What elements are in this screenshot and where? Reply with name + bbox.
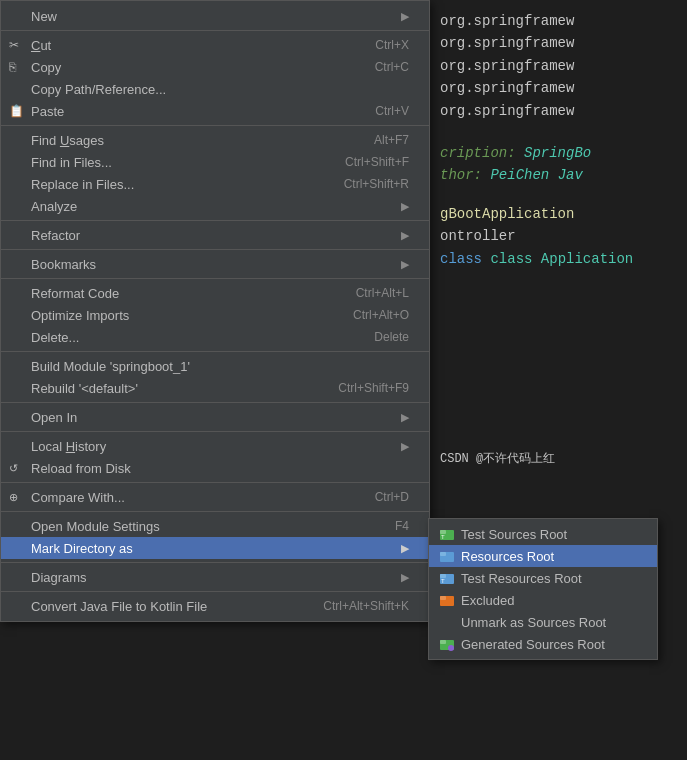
submenu-test-resources-label: Test Resources Root <box>461 571 647 586</box>
svg-rect-4 <box>440 552 446 556</box>
open-module-shortcut: F4 <box>375 519 409 533</box>
menu-item-copy[interactable]: ⎘ Copy Ctrl+C <box>1 56 429 78</box>
menu-item-analyze-label: Analyze <box>31 199 401 214</box>
menu-item-reformat-label: Reformat Code <box>31 286 336 301</box>
submenu-item-excluded[interactable]: Excluded <box>429 589 657 611</box>
menu-item-new-arrow: ▶ <box>401 10 409 23</box>
code-line-5: org.springframew <box>440 100 687 122</box>
code-annotation2: ontroller <box>440 225 687 247</box>
separator-5 <box>1 278 429 279</box>
paste-shortcut: Ctrl+V <box>355 104 409 118</box>
submenu-test-sources-label: Test Sources Root <box>461 527 647 542</box>
reformat-shortcut: Ctrl+Alt+L <box>336 286 409 300</box>
diagrams-arrow: ▶ <box>401 571 409 584</box>
svg-text:T: T <box>441 578 445 584</box>
menu-item-reload-disk[interactable]: ↺ Reload from Disk <box>1 457 429 479</box>
menu-item-delete-label: Delete... <box>31 330 354 345</box>
menu-item-find-usages[interactable]: Find Usages Alt+F7 <box>1 129 429 151</box>
code-line-1: org.springframew <box>440 10 687 32</box>
menu-item-copy-path[interactable]: Copy Path/Reference... <box>1 78 429 100</box>
find-usages-shortcut: Alt+F7 <box>354 133 409 147</box>
code-class-line: class class Application <box>440 248 687 270</box>
separator-2 <box>1 125 429 126</box>
menu-item-build-module[interactable]: Build Module 'springboot_1' <box>1 355 429 377</box>
menu-item-replace-in-files[interactable]: Replace in Files... Ctrl+Shift+R <box>1 173 429 195</box>
menu-item-mark-directory-label: Mark Directory as <box>31 541 401 556</box>
menu-item-refactor[interactable]: Refactor ▶ <box>1 224 429 246</box>
unmark-icon <box>439 614 455 630</box>
menu-item-convert-java[interactable]: Convert Java File to Kotlin File Ctrl+Al… <box>1 595 429 617</box>
menu-item-find-in-files[interactable]: Find in Files... Ctrl+Shift+F <box>1 151 429 173</box>
submenu-generated-label: Generated Sources Root <box>461 637 647 652</box>
optimize-imports-shortcut: Ctrl+Alt+O <box>333 308 409 322</box>
context-menu: New ▶ ✂ Cut Ctrl+X ⎘ Copy Ctrl+C Copy Pa… <box>0 0 430 622</box>
menu-item-local-history[interactable]: Local History ▶ <box>1 435 429 457</box>
replace-in-files-shortcut: Ctrl+Shift+R <box>324 177 409 191</box>
delete-shortcut: Delete <box>354 330 409 344</box>
menu-item-optimize-imports[interactable]: Optimize Imports Ctrl+Alt+O <box>1 304 429 326</box>
submenu-item-test-resources[interactable]: T Test Resources Root <box>429 567 657 589</box>
menu-item-paste-label: Paste <box>31 104 355 119</box>
code-line-3: org.springframew <box>440 55 687 77</box>
compare-with-shortcut: Ctrl+D <box>355 490 409 504</box>
compare-icon: ⊕ <box>9 491 18 504</box>
svg-rect-11 <box>440 640 446 644</box>
test-resources-icon: T <box>439 570 455 586</box>
menu-item-open-in-label: Open In <box>31 410 401 425</box>
csdn-watermark: CSDN @不许代码上红 <box>440 450 687 469</box>
menu-item-diagrams-label: Diagrams <box>31 570 401 585</box>
menu-item-cut[interactable]: ✂ Cut Ctrl+X <box>1 34 429 56</box>
mark-directory-arrow: ▶ <box>401 542 409 555</box>
menu-item-reformat[interactable]: Reformat Code Ctrl+Alt+L <box>1 282 429 304</box>
menu-item-rebuild[interactable]: Rebuild '<default>' Ctrl+Shift+F9 <box>1 377 429 399</box>
excluded-icon <box>439 592 455 608</box>
submenu-item-test-sources[interactable]: T Test Sources Root <box>429 523 657 545</box>
submenu-item-resources-root[interactable]: Resources Root <box>429 545 657 567</box>
menu-item-open-in[interactable]: Open In ▶ <box>1 406 429 428</box>
analyze-arrow: ▶ <box>401 200 409 213</box>
mark-directory-submenu: T Test Sources Root Resources Root T Tes… <box>428 518 658 660</box>
resources-root-icon <box>439 548 455 564</box>
menu-item-bookmarks[interactable]: Bookmarks ▶ <box>1 253 429 275</box>
bookmarks-arrow: ▶ <box>401 258 409 271</box>
submenu-item-unmark[interactable]: Unmark as Sources Root <box>429 611 657 633</box>
generated-icon <box>439 636 455 652</box>
menu-item-open-module[interactable]: Open Module Settings F4 <box>1 515 429 537</box>
menu-item-build-module-label: Build Module 'springboot_1' <box>31 359 409 374</box>
menu-item-replace-in-files-label: Replace in Files... <box>31 177 324 192</box>
svg-text:T: T <box>441 534 445 540</box>
menu-item-convert-java-label: Convert Java File to Kotlin File <box>31 599 303 614</box>
separator-4 <box>1 249 429 250</box>
submenu-resources-root-label: Resources Root <box>461 549 647 564</box>
separator-9 <box>1 482 429 483</box>
menu-item-bookmarks-label: Bookmarks <box>31 257 401 272</box>
code-comment-author: thor: PeiChen Jav <box>440 164 687 186</box>
menu-item-delete[interactable]: Delete... Delete <box>1 326 429 348</box>
open-in-arrow: ▶ <box>401 411 409 424</box>
separator-12 <box>1 591 429 592</box>
copy-shortcut: Ctrl+C <box>355 60 409 74</box>
rebuild-shortcut: Ctrl+Shift+F9 <box>318 381 409 395</box>
menu-item-analyze[interactable]: Analyze ▶ <box>1 195 429 217</box>
refactor-arrow: ▶ <box>401 229 409 242</box>
cut-icon: ✂ <box>9 38 19 52</box>
separator-6 <box>1 351 429 352</box>
code-annotation1: gBootApplication <box>440 203 687 225</box>
submenu-item-generated[interactable]: Generated Sources Root <box>429 633 657 655</box>
separator-10 <box>1 511 429 512</box>
separator-1 <box>1 30 429 31</box>
menu-item-refactor-label: Refactor <box>31 228 401 243</box>
menu-item-diagrams[interactable]: Diagrams ▶ <box>1 566 429 588</box>
code-comment-description: cription: SpringBo <box>440 142 687 164</box>
code-spacer3 <box>440 270 687 450</box>
separator-7 <box>1 402 429 403</box>
menu-item-compare-with[interactable]: ⊕ Compare With... Ctrl+D <box>1 486 429 508</box>
menu-item-mark-directory[interactable]: Mark Directory as ▶ <box>1 537 429 559</box>
copy-icon: ⎘ <box>9 60 16 74</box>
separator-11 <box>1 562 429 563</box>
test-sources-icon: T <box>439 526 455 542</box>
menu-item-paste[interactable]: 📋 Paste Ctrl+V <box>1 100 429 122</box>
code-line-4: org.springframew <box>440 77 687 99</box>
menu-item-optimize-imports-label: Optimize Imports <box>31 308 333 323</box>
menu-item-new[interactable]: New ▶ <box>1 5 429 27</box>
